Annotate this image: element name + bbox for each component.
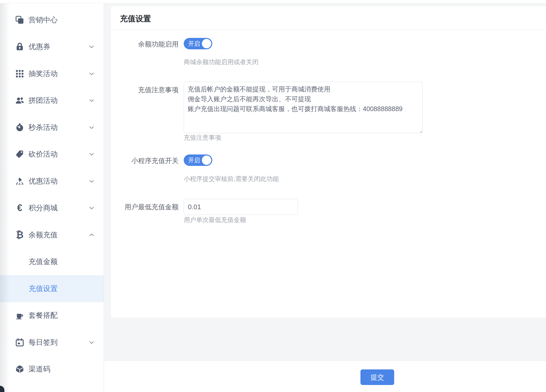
sidebar: 营销中心 优惠券 抽奖活动 拼团活动: [0, 0, 104, 392]
sidebar-item-label: 砍价活动: [29, 149, 58, 159]
sidebar-item-label: 积分商城: [29, 203, 58, 213]
sidebar-item-coupons[interactable]: 优惠券: [0, 33, 104, 60]
sidebar-item-flash-sale[interactable]: 秒杀活动: [0, 114, 104, 141]
top-strip: [0, 0, 546, 3]
sidebar-item-label: 优惠活动: [29, 176, 58, 186]
sidebar-item-lottery[interactable]: 抽奖活动: [0, 60, 104, 87]
sidebar-item-label: 渠道码: [29, 364, 50, 374]
chevron-down-icon: [88, 124, 95, 131]
cards-icon: [14, 14, 25, 26]
sidebar-item-label: 秒杀活动: [29, 123, 58, 132]
sidebar-item-marketing-center[interactable]: 营销中心: [0, 6, 104, 33]
sidebar-item-recharge-settings[interactable]: 充值设置: [0, 275, 104, 302]
recharge-settings-form: 余额功能启用 开启 商城余额功能启用或者关闭 充值注意事项 充值后帐户的金额不能…: [111, 30, 546, 317]
card-header: 充值设置: [111, 6, 546, 30]
sidebar-item-label: 抽奖活动: [29, 69, 58, 79]
settings-card: 充值设置 余额功能启用 开启 商城余额功能启用或者关闭 充值注意事项 充值后帐户…: [111, 6, 546, 317]
sidebar-item-label: 充值金额: [29, 257, 58, 267]
sidebar-item-bargain[interactable]: 砍价活动: [0, 141, 104, 168]
switch-on-text: 开启: [188, 154, 200, 166]
switch-knob: [202, 39, 211, 48]
cube-icon: [14, 363, 25, 375]
footer-bar: 提交: [104, 361, 546, 392]
page-title: 充值设置: [120, 14, 151, 23]
sidebar-item-label: 余额充值: [29, 230, 58, 240]
sidebar-item-package-combo[interactable]: 套餐搭配: [0, 302, 104, 329]
recharge-notice-helper: 充值注意事项: [184, 134, 221, 141]
switch-on-text: 开启: [188, 38, 200, 49]
chevron-down-icon: [88, 97, 95, 104]
lock-icon: [14, 41, 25, 52]
chevron-down-icon: [88, 205, 95, 211]
switch-knob: [202, 156, 211, 165]
balance-enable-label: 余额功能启用: [111, 40, 179, 48]
sidebar-item-promo[interactable]: 优惠活动: [0, 168, 104, 195]
calendar-icon: [14, 337, 25, 348]
chevron-down-icon: [88, 71, 95, 77]
mini-switch-label: 小程序充值开关: [111, 157, 179, 165]
min-amount-label: 用户最低充值金额: [111, 203, 179, 211]
chevron-down-icon: [88, 151, 95, 157]
euro-icon: €: [14, 202, 25, 214]
mini-switch-helper: 小程序提交审核前,需要关闭此功能: [184, 175, 279, 183]
sidebar-item-label: 每日签到: [29, 337, 58, 347]
tag-icon: [14, 148, 25, 160]
recharge-notice-textarea[interactable]: 充值后帐户的金额不能提现，可用于商城消费使用 佣金导入账户之后不能再次导出、不可…: [184, 82, 422, 133]
balance-enable-switch[interactable]: 开启: [184, 38, 212, 49]
sidebar-item-recharge-amount[interactable]: 充值金额: [0, 248, 104, 275]
sidebar-item-label: 营销中心: [29, 15, 58, 25]
cup-icon: [14, 310, 25, 321]
sidebar-item-label: 优惠券: [29, 42, 50, 52]
chevron-down-icon: [88, 44, 95, 50]
bitcoin-icon: ₿: [14, 229, 25, 241]
sidebar-item-daily-checkin[interactable]: 每日签到: [0, 329, 104, 356]
people-icon: [14, 95, 25, 106]
sidebar-item-label: 套餐搭配: [29, 310, 58, 320]
stopwatch-icon: [14, 122, 25, 133]
sidebar-menu: 营销中心 优惠券 抽奖活动 拼团活动: [0, 0, 104, 383]
mini-program-switch[interactable]: 开启: [184, 154, 212, 166]
grid-icon: [14, 68, 25, 79]
sidebar-item-balance-recharge[interactable]: ₿ 余额充值: [0, 221, 104, 248]
sidebar-item-points-mall[interactable]: € 积分商城: [0, 195, 104, 222]
sidebar-item-group-buy[interactable]: 拼团活动: [0, 87, 104, 114]
balance-enable-helper: 商城余额功能启用或者关闭: [184, 58, 258, 66]
chevron-down-icon: [88, 178, 95, 184]
recharge-notice-label: 充值注意事项: [111, 86, 179, 94]
spark-icon: [14, 175, 25, 187]
submit-button[interactable]: 提交: [360, 369, 394, 385]
main-area: 充值设置 余额功能启用 开启 商城余额功能启用或者关闭 充值注意事项 充值后帐户…: [104, 3, 546, 392]
bottom-left-dark-corner: [0, 386, 4, 392]
sidebar-item-label: 充值设置: [29, 284, 58, 294]
sidebar-item-label: 拼团活动: [29, 96, 58, 105]
chevron-down-icon: [88, 339, 95, 346]
min-amount-helper: 用户单次最低充值金额: [184, 216, 246, 224]
min-recharge-input[interactable]: [184, 199, 298, 215]
sidebar-item-channel-code[interactable]: 渠道码: [0, 356, 104, 383]
chevron-up-icon: [88, 232, 95, 238]
